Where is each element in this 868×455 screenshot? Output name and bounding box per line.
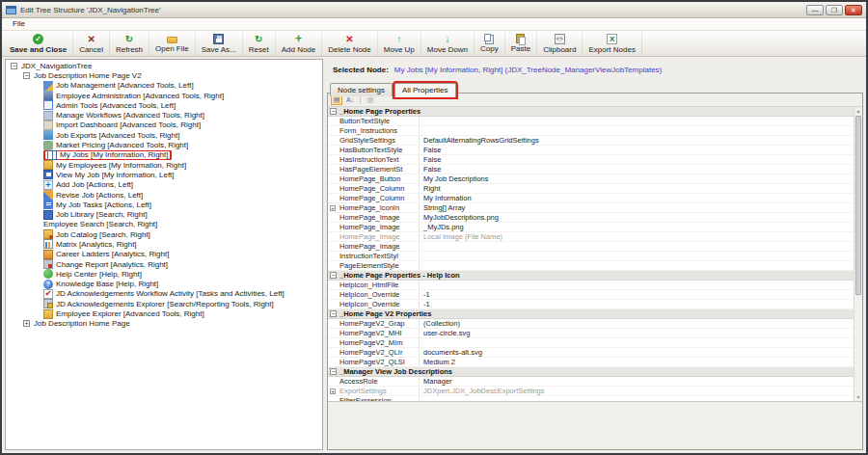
property-value[interactable] — [420, 126, 854, 135]
close-button[interactable]: ✕ — [845, 5, 862, 15]
collapse-icon[interactable]: − — [11, 63, 17, 69]
tree-item-my-employees[interactable]: My Employees [My Information, Right] — [8, 160, 322, 170]
property-value[interactable] — [420, 261, 854, 270]
scroll-down-icon[interactable]: ▼ — [854, 393, 862, 401]
toolbar-button-delete-node[interactable]: ✕Delete Node — [322, 31, 377, 56]
property-value[interactable] — [420, 117, 854, 125]
tree-item-knowledge-base[interactable]: ?Knowledge Base [Help, Right] — [8, 280, 322, 289]
scrollbar-thumb[interactable] — [855, 116, 861, 295]
property-value[interactable]: Local Image (File Name) — [420, 232, 854, 241]
property-value[interactable]: documents-alt.svg — [420, 348, 854, 357]
property-value[interactable]: My Job Descriptions — [420, 174, 854, 183]
tree-item-jdx-navigationtree[interactable]: −JDX_NavigationTree — [8, 61, 322, 70]
property-row-hasinstructiontext[interactable]: HasInstructionTextFalse — [328, 155, 854, 165]
property-value[interactable] — [420, 252, 854, 260]
collapse-icon[interactable]: − — [330, 368, 337, 375]
tree-item-employee-explorer[interactable]: Employee Explorer [Advanced Tools, Right… — [8, 308, 322, 318]
property-row-homepagev2-mim[interactable]: HomePageV2_MIm — [328, 338, 854, 348]
tree-item-add-job[interactable]: +Add Job [Actions, Left] — [8, 180, 322, 190]
property-row-helpicon-override[interactable]: HelpIcon_Override-1 — [328, 300, 854, 309]
tree-item-revise-job[interactable]: Revise Job [Actions, Left] — [8, 190, 322, 200]
tree-item-job-library[interactable]: Job Library [Search, Right] — [8, 209, 322, 219]
property-value[interactable]: False — [420, 155, 854, 164]
property-value[interactable]: -1 — [420, 290, 854, 299]
tree-item-matrix[interactable]: Matrix [Analytics, Right] — [8, 239, 322, 249]
toolbar-button-move-down[interactable]: ↓Move Down — [421, 31, 475, 56]
property-value[interactable]: DefaultAlternatingRowsGridSettings — [420, 136, 854, 145]
property-value[interactable]: MyJobDescriptions.png — [420, 213, 854, 222]
maximize-button[interactable]: ❐ — [826, 5, 843, 15]
property-row-accessrole[interactable]: AccessRoleManager — [328, 377, 854, 387]
property-row-filterexpression[interactable]: FilterExpression — [328, 396, 854, 401]
property-value[interactable]: user-circle.svg — [420, 329, 854, 337]
tree-item-job-management[interactable]: Job Management [Advanced Tools, Left] — [8, 81, 322, 91]
property-value[interactable]: False — [420, 165, 854, 174]
tree-item-jd-acknowledgements-explorer[interactable]: JD Acknowledgements Explorer [Search/Rep… — [8, 299, 322, 308]
property-row-homepage-column[interactable]: HomePage_ColumnRight — [328, 184, 854, 194]
property-row-buttontextstyle[interactable]: ButtonTextStyle — [328, 117, 854, 126]
tree-item-admin-tools[interactable]: Admin Tools [Advanced Tools, Left] — [8, 100, 322, 110]
property-category-home-page-properties[interactable]: −_Home Page Properties — [328, 107, 854, 117]
property-row-homepage-image[interactable]: HomePage_ImageMyJobDescriptions.png — [328, 213, 854, 223]
tree-item-job-exports[interactable]: Job Exports [Advanced Tools, Right] — [8, 130, 322, 140]
scroll-up-icon[interactable]: ▲ — [854, 107, 862, 115]
tab-node-settings[interactable]: Node settings — [330, 83, 393, 96]
toolbar-button-open-file[interactable]: Open File — [149, 31, 196, 56]
property-row-homepage-image[interactable]: HomePage_Image — [328, 242, 854, 252]
property-category-home-page-properties-help-icon[interactable]: −_Home Page Properties - Help Icon — [328, 271, 854, 281]
expand-icon[interactable]: + — [330, 205, 336, 211]
property-grid-scrollbar[interactable]: ▲ ▼ — [854, 107, 862, 401]
property-row-hasbuttontextstyle[interactable]: HasButtonTextStyleFalse — [328, 146, 854, 155]
tree-item-change-report[interactable]: Change Report [Analytics, Right] — [8, 259, 322, 269]
tree-item-employee-administration[interactable]: Employee Administration [Advanced Tools,… — [8, 91, 322, 100]
property-value[interactable] — [420, 281, 854, 289]
tree-item-import-dashboard[interactable]: Import Dashboard [Advanced Tools, Right] — [8, 120, 322, 130]
property-row-homepagev2-qlsi[interactable]: HomePageV2_QLSIMedium 2 — [328, 358, 854, 367]
property-value[interactable] — [420, 396, 854, 401]
collapse-icon[interactable]: − — [330, 108, 337, 115]
property-value[interactable]: JDXpert.JDX_JobDescExportSettings — [420, 387, 854, 395]
toolbar-button-move-up[interactable]: ↑Move Up — [378, 31, 421, 56]
collapse-icon[interactable]: − — [23, 72, 30, 79]
property-value[interactable] — [420, 242, 854, 251]
property-row-homepage-column[interactable]: HomePage_ColumnMy Information — [328, 194, 854, 203]
property-row-homepage-button[interactable]: HomePage_ButtonMy Job Descriptions — [328, 174, 854, 184]
property-row-exportsettings[interactable]: +ExportSettingsJDXpert.JDX_JobDescExport… — [328, 387, 854, 396]
expand-icon[interactable]: + — [23, 320, 30, 327]
minimize-button[interactable]: — — [806, 5, 824, 15]
property-row-homepage-iconin[interactable]: +HomePage_IconInString[] Array — [328, 203, 854, 213]
property-row-homepage-image[interactable]: HomePage_ImageLocal Image (File Name) — [328, 232, 854, 242]
toolbar-button-save-as[interactable]: Save As... — [196, 31, 243, 56]
tree-item-employee-search[interactable]: Employee Search [Search, Right] — [8, 220, 322, 229]
tree-item-my-job-tasks[interactable]: My Job Tasks [Actions, Left] — [8, 200, 322, 209]
property-value[interactable]: Manager — [420, 377, 854, 386]
property-row-form-instructions[interactable]: Form_Instructions — [328, 126, 854, 136]
toolbar-button-add-node[interactable]: +Add Node — [276, 31, 323, 56]
toolbar-button-save-and-close[interactable]: ✓Save and Close — [4, 31, 73, 56]
collapse-icon[interactable]: − — [330, 272, 337, 279]
tree-item-jd-acknowledgements-workflow-activity[interactable]: ✔JD Acknowledgements Workflow Activity [… — [8, 289, 322, 299]
property-value[interactable] — [420, 338, 854, 347]
property-category-manager-view-job-descriptions[interactable]: −_Manager View Job Descriptions — [328, 367, 854, 377]
tab-all-properties[interactable]: All Properties — [394, 83, 456, 97]
property-value[interactable]: My Information — [420, 194, 854, 202]
property-value[interactable]: _MyJDs.png — [420, 223, 854, 231]
property-value[interactable]: Medium 2 — [420, 358, 854, 366]
toolbar-button-refresh[interactable]: ↻Refresh — [110, 31, 149, 56]
property-value[interactable]: -1 — [420, 300, 854, 308]
collapse-icon[interactable]: − — [330, 310, 337, 317]
tree-item-market-pricing[interactable]: Market Pricing [Advanced Tools, Right] — [8, 140, 322, 149]
property-row-gridstylesettings[interactable]: GridStyleSettingsDefaultAlternatingRowsG… — [328, 136, 854, 146]
property-row-homepagev2-mhi[interactable]: HomePageV2_MHIuser-circle.svg — [328, 329, 854, 338]
property-category-home-page-v2-properties[interactable]: −_Home Page V2 Properties — [328, 309, 854, 319]
tree-item-career-ladders[interactable]: Career Ladders [Analytics, Right] — [8, 250, 322, 259]
property-row-homepagev2-qlir[interactable]: HomePageV2_QLIrdocuments-alt.svg — [328, 348, 854, 358]
property-value[interactable]: String[] Array — [420, 203, 854, 212]
property-row-instructiontextstyl[interactable]: InstructionTextStyl — [328, 252, 854, 261]
toolbar-button-paste[interactable]: Paste — [505, 31, 537, 56]
property-row-pageelementstyle[interactable]: PageElementStyle — [328, 261, 854, 271]
menu-item-file[interactable]: File — [9, 18, 29, 30]
tree-item-view-my-job[interactable]: View My Job [My Information, Left] — [8, 170, 322, 179]
tree-item-job-description-home-page[interactable]: +Job Description Home Page — [8, 319, 322, 329]
property-row-helpicon-override[interactable]: HelpIcon_Override-1 — [328, 290, 854, 300]
